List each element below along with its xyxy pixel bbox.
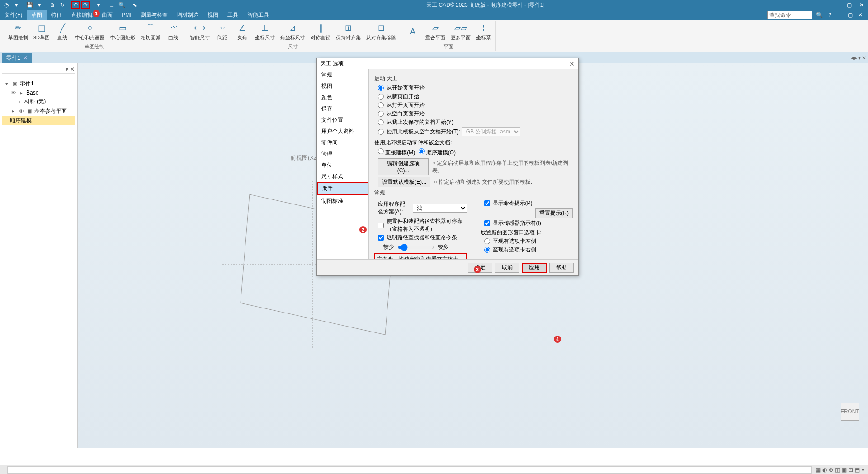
restore-icon[interactable]: ▢ <box>846 12 854 18</box>
status-icon[interactable]: ⊕ <box>829 467 833 473</box>
nav-drafting-std[interactable]: 制图标准 <box>317 195 368 207</box>
color-scheme-select[interactable]: 浅 <box>413 204 467 213</box>
ribbon-btn-more-plane[interactable]: ▱▱更多平面 <box>449 22 472 42</box>
eye-icon[interactable]: 👁 <box>18 108 24 114</box>
ribbon-btn-line[interactable]: ╱直线 <box>53 22 71 42</box>
ribbon-btn-circle[interactable]: ○中心和点画圆 <box>73 22 107 42</box>
redo-icon[interactable]: ↷ <box>81 1 90 9</box>
chk-show-cmd-tip[interactable]: 显示命令提示(P) <box>484 199 573 207</box>
nav-manage[interactable]: 管理 <box>317 148 368 160</box>
nav-helpers[interactable]: 助手 <box>317 182 368 195</box>
nav-file-loc[interactable]: 文件位置 <box>317 114 368 126</box>
tree-root[interactable]: ▾ ▣ 零件1 <box>2 79 75 89</box>
tree-node-refplanes[interactable]: ▸ 👁 ▣ 基本参考平面 <box>2 106 75 116</box>
tab-menu-icon[interactable]: ▾ <box>858 55 861 61</box>
ribbon-btn-symdia[interactable]: ∥对称直径 <box>309 22 332 42</box>
command-input[interactable] <box>7 466 812 474</box>
expand-icon[interactable]: ▾ <box>4 81 10 87</box>
radio-ordered-model[interactable]: 顺序建模(O) <box>419 148 456 156</box>
nav-units[interactable]: 单位 <box>317 160 368 171</box>
nav-general[interactable]: 常规 <box>317 69 368 81</box>
view-icon[interactable]: ▾ <box>94 1 103 9</box>
view-cube[interactable]: FRONT <box>841 403 859 421</box>
menu-view[interactable]: 视图 <box>203 10 223 20</box>
min2-icon[interactable]: — <box>835 12 844 18</box>
menu-feature[interactable]: 特征 <box>47 10 66 20</box>
print-icon[interactable]: 🗎 <box>48 1 57 9</box>
expand-icon[interactable]: ▸ <box>10 108 16 114</box>
nav-interpart[interactable]: 零件间 <box>317 137 368 148</box>
open-icon[interactable]: ▾ <box>35 1 44 9</box>
menu-sketch[interactable]: 草图 <box>27 10 47 20</box>
menu-inspect[interactable]: 测量与检查 <box>136 10 172 20</box>
chk-transparent-pathfinder[interactable]: 透明路径查找器和径直命令条 <box>378 234 467 242</box>
btn-default-template[interactable]: 设置默认模板(E)... <box>378 177 430 187</box>
ribbon-btn-curve[interactable]: 〰曲线 <box>164 22 182 42</box>
ribbon-btn-distance[interactable]: ↔间距 <box>213 22 231 42</box>
template-select[interactable]: GB 公制焊接 .asm <box>462 127 520 136</box>
status-icon[interactable]: ▾ <box>862 467 864 473</box>
ribbon-btn-csys[interactable]: ⊹坐标系 <box>474 22 493 42</box>
zoom-icon[interactable]: 🔍 <box>117 1 126 9</box>
ribbon-btn-angle[interactable]: ∠夹角 <box>233 22 251 42</box>
ribbon-btn-text[interactable]: A <box>404 25 422 38</box>
ribbon-btn-rect[interactable]: ▭中心圆矩形 <box>108 22 137 42</box>
select-icon[interactable]: ⬉ <box>130 1 139 9</box>
nav-user-profile[interactable]: 用户个人资料 <box>317 126 368 137</box>
menu-pmi[interactable]: PMI <box>117 10 136 19</box>
tab-close-icon[interactable]: ✕ <box>862 55 866 61</box>
chk-sensor-indicator[interactable]: 显示传感器指示符(I) <box>484 219 573 227</box>
tab-next-icon[interactable]: ▸ <box>854 55 857 61</box>
radio-last-doc[interactable]: 从我上次保存的文档开始(Y) <box>378 118 573 126</box>
undo-icon[interactable]: ↶ <box>71 1 80 9</box>
radio-template[interactable]: 使用此模板从空白文档开始(T): GB 公制焊接 .asm <box>378 127 573 136</box>
radio-direct-model[interactable]: 直接建模(M) <box>378 148 415 156</box>
menu-tools[interactable]: 工具 <box>223 10 243 20</box>
eye-icon[interactable]: 👁 <box>10 90 16 96</box>
radio-start-page[interactable]: 从开始页面开始 <box>378 84 573 92</box>
save-icon[interactable]: 💾 <box>25 1 34 9</box>
nav-color[interactable]: 颜色 <box>317 92 368 103</box>
ribbon-btn-arc[interactable]: ⌒相切圆弧 <box>139 22 162 42</box>
doc-tab-active[interactable]: 零件1 ✕ <box>2 53 32 63</box>
btn-reset-tips[interactable]: 重置提示(R) <box>535 208 573 218</box>
ribbon-btn-angcoord[interactable]: ⊿角坐标尺寸 <box>278 22 307 42</box>
btn-apply[interactable]: 应用 <box>522 263 547 273</box>
chk-dock-pathfinder[interactable]: 使零件和装配路径查找器可停靠（窗格将为不透明） <box>378 218 467 233</box>
dialog-close-icon[interactable]: ✕ <box>569 60 575 67</box>
minimize-icon[interactable]: — <box>832 2 841 8</box>
help-icon[interactable]: ? <box>826 12 833 18</box>
close-tab-icon[interactable]: ✕ <box>23 55 28 61</box>
ribbon-btn-3dsketch[interactable]: ◫3D草图 <box>32 22 52 42</box>
ribbon-btn-rmalign[interactable]: ⊟从对齐集移除 <box>364 22 398 42</box>
measure-icon[interactable]: ⟂ <box>107 1 116 9</box>
search-icon[interactable]: 🔍 <box>814 12 825 18</box>
tree-node-ordered[interactable]: 顺序建模 <box>2 116 75 125</box>
status-icon[interactable]: ◐ <box>822 467 827 473</box>
status-icon[interactable]: ▣ <box>842 467 847 473</box>
menu-additive[interactable]: 增材制造 <box>172 10 203 20</box>
nav-dim-style[interactable]: 尺寸样式 <box>317 171 368 182</box>
tree-collapse-icon[interactable]: ▾ <box>66 66 68 72</box>
menu-smart-tools[interactable]: 智能工具 <box>243 10 274 20</box>
ribbon-btn-keepalign[interactable]: ⊞保持对齐集 <box>334 22 363 42</box>
tree-node-base[interactable]: 👁 ▸ Base <box>2 89 75 97</box>
btn-help[interactable]: 帮助 <box>549 263 574 273</box>
tab-prev-icon[interactable]: ◂ <box>851 55 854 61</box>
menu-file[interactable]: 文件(F) <box>0 10 27 20</box>
ribbon-btn-sketch[interactable]: ✏草图绘制 <box>6 22 30 42</box>
app-logo-icon[interactable]: ◔ <box>2 1 11 9</box>
menu-surface[interactable]: 曲面 <box>97 10 117 20</box>
command-search-input[interactable] <box>767 11 812 19</box>
ribbon-btn-smartdim[interactable]: ⟷智能尺寸 <box>188 22 212 42</box>
close-icon[interactable]: ✕ <box>857 2 866 8</box>
tree-close-icon[interactable]: ✕ <box>70 66 75 72</box>
new-icon[interactable]: ▾ <box>12 1 21 9</box>
btn-cancel[interactable]: 取消 <box>495 263 519 273</box>
status-icon[interactable]: ⬒ <box>855 467 860 473</box>
radio-blank-page[interactable]: 从空白页面开始 <box>378 110 573 118</box>
btn-edit-create[interactable]: 编辑创建选项(C)... <box>378 158 429 175</box>
status-icon[interactable]: ⊡ <box>849 467 853 473</box>
nav-view[interactable]: 视图 <box>317 81 368 92</box>
radio-tab-right[interactable]: 至现有选项卡右侧 <box>484 246 573 254</box>
